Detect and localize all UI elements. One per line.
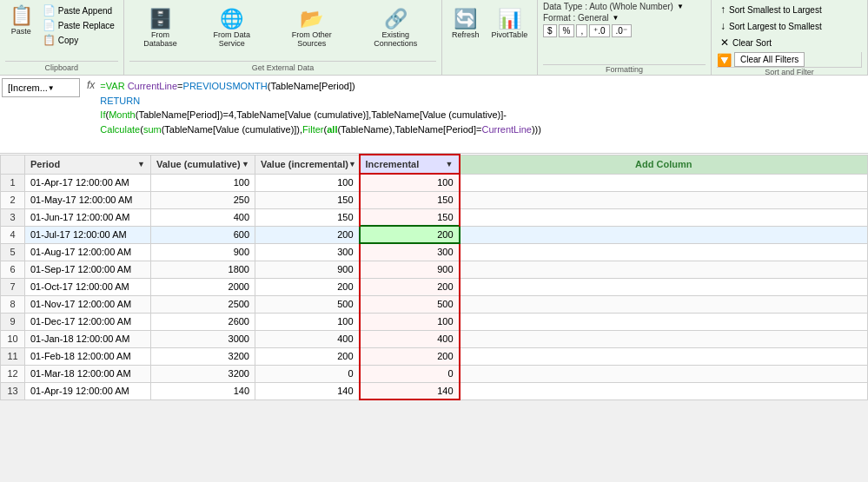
value-cum-cell[interactable]: 100 [151,174,255,191]
period-cell[interactable]: 01-Oct-17 12:00:00 AM [25,278,151,295]
table-row[interactable]: 101-Apr-17 12:00:00 AM100100100 [1,174,868,191]
value-inc-cell[interactable]: 0 [255,365,360,382]
from-data-service-button[interactable]: 🌐 From Data Service [195,7,268,50]
value-cum-cell[interactable]: 2600 [151,313,255,330]
add-column-cell[interactable] [460,313,868,330]
add-column-cell[interactable] [460,330,868,347]
table-row[interactable]: 601-Sep-17 12:00:00 AM1800900900 [1,261,868,278]
paste-button[interactable]: 📋 Paste [5,3,37,38]
cell-name-dropdown[interactable]: ▼ [48,84,55,92]
incremental-cell[interactable]: 400 [360,330,460,347]
incremental-cell[interactable]: 0 [360,365,460,382]
data-type-chevron[interactable]: ▼ [677,3,684,10]
table-row[interactable]: 901-Dec-17 12:00:00 AM2600100100 [1,313,868,330]
add-column-cell[interactable] [460,226,868,243]
value-cum-cell[interactable]: 3200 [151,365,255,382]
add-column-cell[interactable] [460,208,868,226]
currency-button[interactable]: $ [543,24,557,37]
period-cell[interactable]: 01-Jun-17 12:00:00 AM [25,208,151,226]
format-chevron[interactable]: ▼ [613,14,620,22]
value-cum-filter-icon[interactable]: ▼ [242,160,249,168]
table-row[interactable]: 1101-Feb-18 12:00:00 AM3200200200 [1,347,868,365]
incremental-cell[interactable]: 150 [360,191,460,208]
table-row[interactable]: 201-May-17 12:00:00 AM250150150 [1,191,868,208]
value-inc-cell[interactable]: 150 [255,208,360,226]
value-cum-cell[interactable]: 400 [151,208,255,226]
table-row[interactable]: 701-Oct-17 12:00:00 AM2000200200 [1,278,868,295]
existing-connections-button[interactable]: 🔗 Existing Connections [354,7,436,50]
value-cum-cell[interactable]: 3000 [151,330,255,347]
decimal-decrease-button[interactable]: .0⁻ [612,24,632,37]
value-inc-cell[interactable]: 100 [255,313,360,330]
value-cum-cell[interactable]: 600 [151,226,255,243]
add-column-cell[interactable] [460,191,868,208]
value-cum-cell[interactable]: 3200 [151,347,255,365]
table-row[interactable]: 801-Nov-17 12:00:00 AM2500500500 [1,295,868,313]
value-cum-cell[interactable]: 900 [151,243,255,261]
decimal-increase-button[interactable]: ⁺.0 [589,24,609,37]
period-cell[interactable]: 01-Nov-17 12:00:00 AM [25,295,151,313]
incremental-cell[interactable]: 500 [360,295,460,313]
formula-content[interactable]: =VAR CurrentLine=PREVIOUSMONTH(TableName… [98,77,866,138]
period-cell[interactable]: 01-Jan-18 12:00:00 AM [25,330,151,347]
paste-replace-button[interactable]: 📄 Paste Replace [39,18,118,32]
incremental-cell[interactable]: 200 [360,278,460,295]
period-cell[interactable]: 01-Sep-17 12:00:00 AM [25,261,151,278]
add-column-cell[interactable] [460,243,868,261]
incremental-filter-icon[interactable]: ▼ [446,160,454,168]
period-cell[interactable]: 01-Apr-17 12:00:00 AM [25,174,151,191]
table-row[interactable]: 401-Jul-17 12:00:00 AM600200200 [1,226,868,243]
value-inc-cell[interactable]: 900 [255,261,360,278]
value-inc-cell[interactable]: 500 [255,295,360,313]
period-cell[interactable]: 01-Aug-17 12:00:00 AM [25,243,151,261]
incremental-cell[interactable]: 900 [360,261,460,278]
value-inc-cell[interactable]: 100 [255,174,360,191]
add-column-cell[interactable] [460,365,868,382]
period-cell[interactable]: 01-Feb-18 12:00:00 AM [25,347,151,365]
value-cum-cell[interactable]: 140 [151,382,255,399]
table-row[interactable]: 1301-Apr-19 12:00:00 AM140140140 [1,382,868,399]
incremental-cell[interactable]: 200 [360,347,460,365]
period-filter-icon[interactable]: ▼ [137,160,145,168]
table-row[interactable]: 1001-Jan-18 12:00:00 AM3000400400 [1,330,868,347]
table-row[interactable]: 1201-Mar-18 12:00:00 AM320000 [1,365,868,382]
value-inc-cell[interactable]: 200 [255,226,360,243]
value-cum-cell[interactable]: 2500 [151,295,255,313]
incremental-cell[interactable]: 100 [360,313,460,330]
period-cell[interactable]: 01-Dec-17 12:00:00 AM [25,313,151,330]
percent-button[interactable]: % [559,24,575,37]
period-cell[interactable]: 01-Mar-18 12:00:00 AM [25,365,151,382]
sort-smallest-largest-button[interactable]: ↑ Sort Smallest to Largest [717,2,862,17]
value-cum-cell[interactable]: 1800 [151,261,255,278]
incremental-cell[interactable]: 300 [360,243,460,261]
value-inc-cell[interactable]: 150 [255,191,360,208]
add-column-cell[interactable] [460,382,868,399]
refresh-button[interactable]: 🔄 Refresh [447,7,484,42]
incremental-cell[interactable]: 140 [360,382,460,399]
clear-sort-button[interactable]: ✕ Clear Sort [717,35,862,50]
value-cum-cell[interactable]: 250 [151,191,255,208]
add-column-cell[interactable] [460,174,868,191]
period-cell[interactable]: 01-May-17 12:00:00 AM [25,191,151,208]
comma-button[interactable]: , [576,24,587,37]
table-row[interactable]: 501-Aug-17 12:00:00 AM900300300 [1,243,868,261]
table-row[interactable]: 301-Jun-17 12:00:00 AM400150150 [1,208,868,226]
clear-all-filters-button[interactable]: Clear All Filters [734,52,805,67]
value-inc-cell[interactable]: 300 [255,243,360,261]
sort-largest-smallest-button[interactable]: ↓ Sort Largest to Smallest [717,18,862,34]
value-cum-cell[interactable]: 2000 [151,278,255,295]
incremental-cell[interactable]: 150 [360,208,460,226]
incremental-cell[interactable]: 100 [360,174,460,191]
pivot-table-button[interactable]: 📊 PivotTable [487,7,533,42]
copy-button[interactable]: 📋 Copy [39,33,118,47]
period-cell[interactable]: 01-Jul-17 12:00:00 AM [25,226,151,243]
cell-name-box[interactable]: [Increm... ▼ [2,78,80,97]
from-other-sources-button[interactable]: 📂 From Other Sources [272,7,351,50]
add-column-cell[interactable] [460,261,868,278]
value-inc-cell[interactable]: 200 [255,347,360,365]
from-database-button[interactable]: 🗄️ From Database [129,7,192,50]
add-column-cell[interactable] [460,347,868,365]
period-cell[interactable]: 01-Apr-19 12:00:00 AM [25,382,151,399]
add-column-cell[interactable] [460,278,868,295]
paste-append-button[interactable]: 📄 Paste Append [39,3,118,17]
